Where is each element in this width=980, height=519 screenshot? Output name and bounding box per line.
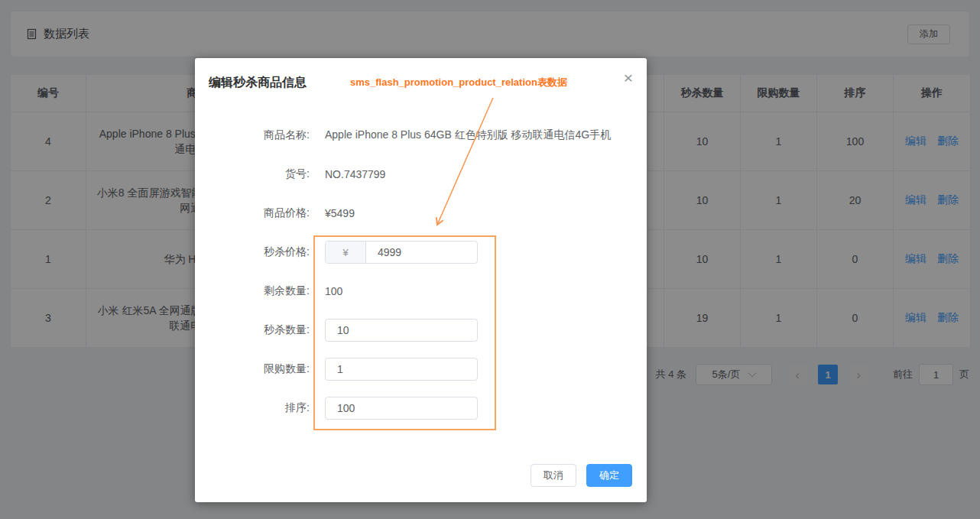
- currency-prefix: ¥: [326, 242, 366, 263]
- flash-count-input[interactable]: [326, 320, 477, 341]
- flash-price-input-group: ¥: [325, 241, 478, 264]
- product-price-label: 商品价格:: [195, 206, 310, 220]
- product-name-label: 商品名称:: [195, 128, 310, 142]
- sort-input-wrap: [325, 397, 478, 420]
- remaining-count-value: 100: [325, 285, 342, 297]
- flash-price-input[interactable]: [366, 242, 477, 263]
- flash-count-label: 秒杀数量:: [195, 323, 310, 337]
- limit-count-input-wrap: [325, 358, 478, 381]
- sort-label: 排序:: [195, 401, 310, 415]
- product-sn-value: NO.7437799: [325, 168, 385, 180]
- dialog-footer: 取消 确定: [531, 464, 632, 487]
- product-price-value: ¥5499: [325, 207, 355, 219]
- dialog-title: 编辑秒杀商品信息: [209, 76, 307, 89]
- dialog-header: 编辑秒杀商品信息 sms_flash_promotion_product_rel…: [195, 58, 647, 96]
- limit-count-label: 限购数量:: [195, 362, 310, 376]
- cancel-button[interactable]: 取消: [531, 464, 576, 487]
- product-name-value: Apple iPhone 8 Plus 64GB 红色特别版 移动联通电信4G手…: [325, 128, 611, 142]
- flash-price-label: 秒杀价格:: [195, 245, 310, 259]
- edit-flash-product-dialog: 编辑秒杀商品信息 sms_flash_promotion_product_rel…: [195, 58, 647, 502]
- product-sn-label: 货号:: [195, 167, 310, 181]
- table-annotation: sms_flash_promotion_product_relation表数据: [350, 75, 567, 89]
- sort-input[interactable]: [326, 397, 477, 419]
- dialog-body: 商品名称: Apple iPhone 8 Plus 64GB 红色特别版 移动联…: [195, 96, 647, 420]
- flash-count-input-wrap: [325, 319, 478, 342]
- close-icon[interactable]: ×: [624, 71, 633, 85]
- confirm-button[interactable]: 确定: [586, 464, 632, 487]
- remaining-count-label: 剩余数量:: [195, 284, 310, 298]
- limit-count-input[interactable]: [326, 358, 477, 380]
